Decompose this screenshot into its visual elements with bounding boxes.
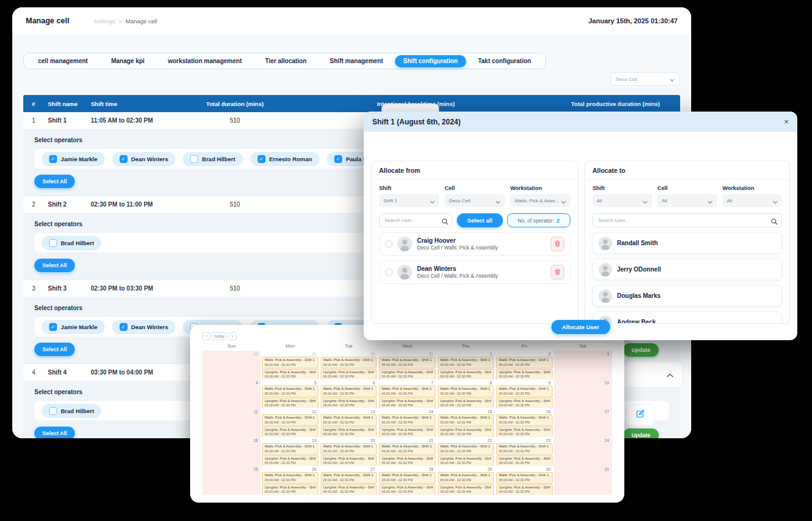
calendar-event[interactable]: Uprights: Pick & Assembly - Shift 106:00… <box>262 455 318 466</box>
checkbox-checked-icon[interactable]: ✓ <box>334 155 342 163</box>
calendar-day-cell[interactable]: 29Walls: Pick & Assembly - Shift 106:00 … <box>437 466 495 495</box>
calendar-day-cell[interactable]: 9Walls: Pick & Assembly - Shift 106:00 A… <box>495 379 553 408</box>
calendar-day-cell[interactable]: 24 <box>554 437 612 466</box>
calendar-event[interactable]: Walls: Pick & Assembly - Shift 106:00 AM… <box>321 472 377 484</box>
calendar-event[interactable]: Walls: Pick & Assembly - Shift 106:00 AM… <box>262 443 318 455</box>
select-shift-dropdown[interactable]: Shift 1 <box>379 194 439 207</box>
calendar-day-cell[interactable]: 8Walls: Pick & Assembly - Shift 106:00 A… <box>437 379 495 408</box>
tab-manage-kpi[interactable]: Manage kpi <box>99 53 156 69</box>
calendar-event[interactable]: Walls: Pick & Assembly - Shift 106:00 AM… <box>262 472 318 484</box>
calendar-day-cell[interactable]: 25 <box>202 466 261 495</box>
calendar-event[interactable]: Uprights: Pick & Assembly - Shift 106:00… <box>321 484 377 495</box>
calendar-event[interactable]: Walls: Pick & Assembly - Shift 106:00 AM… <box>438 386 494 397</box>
operator-chip-brad-hilbert[interactable]: Brad Hilbert <box>42 404 101 418</box>
calendar-event[interactable]: Uprights: Pick & Assembly - Shift 106:00… <box>321 427 377 437</box>
tab-tier-allocation[interactable]: Tier allocation <box>253 53 318 69</box>
calendar-event[interactable]: Uprights: Pick & Assembly - Shift 106:00… <box>262 398 318 408</box>
calendar-event[interactable]: Uprights: Pick & Assembly - Shift 106:00… <box>262 427 318 437</box>
checkbox-checked-icon[interactable]: ✓ <box>258 155 266 163</box>
operator-chip-brad-hilbert[interactable]: Brad Hilbert <box>183 152 242 166</box>
calendar-event[interactable]: Uprights: Pick & Assembly - Shift 106:00… <box>496 484 552 495</box>
calendar-day-cell[interactable]: 20Walls: Pick & Assembly - Shift 106:00 … <box>320 437 378 466</box>
tab-shift-management[interactable]: Shift management <box>318 53 395 69</box>
select-shift-dropdown[interactable]: All <box>592 194 652 207</box>
calendar-event[interactable]: Walls: Pick & Assembly - Shift 106:00 AM… <box>321 357 377 368</box>
calendar-day-cell[interactable]: 30Walls: Pick & Assembly - Shift 106:00 … <box>495 466 553 495</box>
calendar-day-cell[interactable]: 10 <box>554 379 612 408</box>
tab-workstation-management[interactable]: workstation management <box>156 53 254 69</box>
calendar-event[interactable]: Uprights: Pick & Assembly - Shift 106:00… <box>379 455 435 466</box>
calendar-day-cell[interactable]: 30Walls: Pick & Assembly - Shift 106:00 … <box>320 351 378 379</box>
calendar-prev-button[interactable]: ‹ <box>202 332 210 340</box>
radio-button[interactable] <box>385 240 393 248</box>
select-all-operators-button[interactable]: Select All <box>34 427 75 438</box>
calendar-day-cell[interactable]: 27Walls: Pick & Assembly - Shift 106:00 … <box>320 466 378 495</box>
calendar-day-cell[interactable]: 16Walls: Pick & Assembly - Shift 106:00 … <box>495 408 553 437</box>
calendar-event[interactable]: Uprights: Pick & Assembly - Shift 106:00… <box>496 369 552 379</box>
edit-button[interactable] <box>626 405 655 425</box>
user-card-andrew-beck[interactable]: Andrew Beck <box>592 311 782 324</box>
search-user-input[interactable]: Search User.. <box>379 213 453 227</box>
calendar-event[interactable]: Uprights: Pick & Assembly - Shift 106:00… <box>438 455 494 466</box>
operator-chip-dean-winters[interactable]: ✓Dean Winters <box>112 320 176 334</box>
calendar-event[interactable]: Walls: Pick & Assembly - Shift 106:00 AM… <box>438 357 494 368</box>
calendar-day-cell[interactable]: 29Walls: Pick & Assembly - Shift 106:00 … <box>261 351 319 379</box>
calendar-event[interactable]: Walls: Pick & Assembly - Shift 106:00 AM… <box>379 443 435 455</box>
operator-chip-jamie-markle[interactable]: ✓Jamie Markle <box>42 152 105 166</box>
calendar-event[interactable]: Walls: Pick & Assembly - Shift 106:00 AM… <box>496 386 552 397</box>
calendar-event[interactable]: Uprights: Pick & Assembly - Shift 106:00… <box>438 398 494 408</box>
tab-shift-configuration[interactable]: Shift configuration <box>395 55 467 67</box>
select-all-operators-button[interactable]: Select All <box>34 259 75 272</box>
calendar-event[interactable]: Walls: Pick & Assembly - Shift 106:00 AM… <box>438 472 494 484</box>
calendar-day-cell[interactable]: 2Walls: Pick & Assembly - Shift 106:00 A… <box>495 351 553 379</box>
calendar-event[interactable]: Walls: Pick & Assembly - Shift 106:00 AM… <box>379 472 435 484</box>
calendar-day-cell[interactable]: 4 <box>202 379 261 408</box>
operator-count-badge[interactable]: No. of operator: 2 <box>507 213 570 227</box>
cell-filter-select[interactable]: Deco Cell <box>610 72 680 86</box>
calendar-event[interactable]: Walls: Pick & Assembly - Shift 106:00 AM… <box>321 443 377 455</box>
calendar-day-cell[interactable]: 28Walls: Pick & Assembly - Shift 106:00 … <box>378 466 436 495</box>
calendar-event[interactable]: Walls: Pick & Assembly - Shift 106:00 AM… <box>438 414 494 426</box>
calendar-event[interactable]: Uprights: Pick & Assembly - Shift 106:00… <box>438 427 494 437</box>
calendar-event[interactable]: Uprights: Pick & Assembly - Shift 106:00… <box>379 369 435 379</box>
checkbox-unchecked-icon[interactable] <box>49 239 57 247</box>
breadcrumb-section[interactable]: Settings <box>94 18 115 25</box>
user-card-douglas-marks[interactable]: Douglas Marks <box>592 285 782 306</box>
user-card-dean-winters[interactable]: Dean WintersDeco Cell / Walls: Pick & As… <box>379 260 570 284</box>
calendar-day-cell[interactable]: 28 <box>202 351 261 379</box>
calendar-day-cell[interactable]: 19Walls: Pick & Assembly - Shift 106:00 … <box>261 437 319 466</box>
calendar-day-cell[interactable]: 26Walls: Pick & Assembly - Shift 106:00 … <box>261 466 319 495</box>
calendar-day-cell[interactable]: 22Walls: Pick & Assembly - Shift 106:00 … <box>437 437 495 466</box>
calendar-event[interactable]: Walls: Pick & Assembly - Shift 106:00 AM… <box>379 357 435 368</box>
calendar-event[interactable]: Uprights: Pick & Assembly - Shift 106:00… <box>496 427 552 437</box>
calendar-event[interactable]: Uprights: Pick & Assembly - Shift 106:00… <box>379 484 435 495</box>
search-user-input[interactable]: Search User.. <box>592 213 782 227</box>
calendar-event[interactable]: Uprights: Pick & Assembly - Shift 106:00… <box>379 398 435 408</box>
select-cell-dropdown[interactable]: Deco Cell <box>445 194 505 207</box>
select-all-operators-button[interactable]: Select All <box>34 343 75 356</box>
calendar-event[interactable]: Uprights: Pick & Assembly - Shift 106:00… <box>262 484 318 495</box>
calendar-day-cell[interactable]: 11 <box>202 408 261 437</box>
operator-chip-jamie-markle[interactable]: ✓Jamie Markle <box>42 320 105 334</box>
user-card-randall-smith[interactable]: Randall Smith <box>592 232 782 254</box>
calendar-event[interactable]: Walls: Pick & Assembly - Shift 106:00 AM… <box>438 443 494 455</box>
calendar-event[interactable]: Walls: Pick & Assembly - Shift 106:00 AM… <box>379 414 435 426</box>
calendar-event[interactable]: Walls: Pick & Assembly - Shift 106:00 AM… <box>321 414 377 426</box>
calendar-day-cell[interactable]: 31 <box>554 466 612 495</box>
select-all-operators-button[interactable]: Select All <box>34 175 75 188</box>
calendar-event[interactable]: Walls: Pick & Assembly - Shift 106:00 AM… <box>496 357 552 368</box>
calendar-event[interactable]: Uprights: Pick & Assembly - Shift 106:00… <box>496 455 552 466</box>
allocate-user-button[interactable]: Allocate User <box>551 320 610 334</box>
calendar-event[interactable]: Uprights: Pick & Assembly - Shift 106:00… <box>496 398 552 408</box>
calendar-day-cell[interactable]: 15Walls: Pick & Assembly - Shift 106:00 … <box>437 408 495 437</box>
tab-cell-management[interactable]: cell management <box>26 53 99 69</box>
calendar-event[interactable]: Uprights: Pick & Assembly - Shift 106:00… <box>321 369 377 379</box>
calendar-event[interactable]: Walls: Pick & Assembly - Shift 106:00 AM… <box>379 386 435 397</box>
calendar-event[interactable]: Uprights: Pick & Assembly - Shift 106:00… <box>321 398 377 408</box>
calendar-today-button[interactable]: today <box>212 332 227 340</box>
calendar-day-cell[interactable]: 21Walls: Pick & Assembly - Shift 106:00 … <box>378 437 436 466</box>
checkbox-checked-icon[interactable]: ✓ <box>49 155 57 163</box>
calendar-event[interactable]: Uprights: Pick & Assembly - Shift 106:00… <box>438 484 494 495</box>
radio-button[interactable] <box>385 268 393 276</box>
operator-chip-dean-winters[interactable]: ✓Dean Winters <box>112 152 176 166</box>
